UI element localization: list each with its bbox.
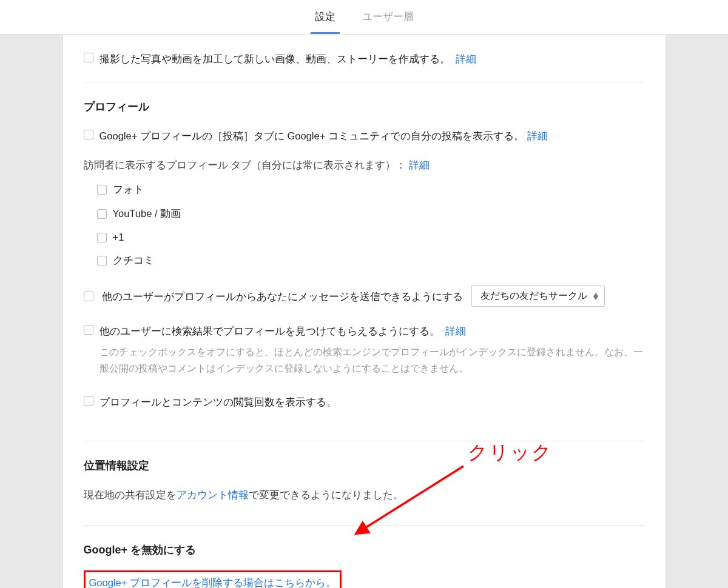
tab-photo-checkbox[interactable]: [97, 185, 107, 195]
location-section-title: 位置情報設定: [84, 458, 645, 473]
tab-review-checkbox[interactable]: [97, 256, 107, 266]
tab-photo-label: フォト: [113, 183, 144, 196]
searchable-row: 他のユーザーに検索結果でプロフィールを見つけてもらえるようにする。 詳細: [84, 322, 645, 339]
delete-profile-link[interactable]: Google+ プロフィールを削除する場合はこちらから: [89, 577, 326, 588]
visitor-tabs-desc: 訪問者に表示するプロフィール タブ（自分には常に表示されます）： 詳細: [84, 156, 645, 173]
tab-photo-row: フォト: [97, 183, 645, 196]
svg-marker-1: [593, 296, 598, 300]
create-story-row: 撮影した写真や動画を加工して新しい画像、動画、ストーリーを作成する。 詳細: [84, 50, 645, 67]
tab-plusone-row: +1: [97, 232, 645, 243]
message-audience-select[interactable]: 友だちの友だちサークル: [471, 286, 605, 307]
tab-review-row: クチコミ: [97, 254, 645, 267]
searchable-help-text: このチェックボックスをオフにすると、ほとんどの検索エンジンでプロフィールがインデ…: [84, 344, 645, 376]
show-posts-checkbox[interactable]: [84, 130, 93, 139]
tab-header: 設定 ユーザー層: [0, 0, 728, 35]
show-posts-row: Google+ プロフィールの［投稿］タブに Google+ コミュニティでの自…: [84, 127, 645, 144]
show-posts-more-link[interactable]: 詳細: [527, 130, 548, 141]
searchable-checkbox[interactable]: [84, 325, 93, 335]
visitor-tabs-more-link[interactable]: 詳細: [409, 159, 430, 170]
allow-message-row: 他のユーザーがプロフィールからあなたにメッセージを送信できるようにする 友だちの…: [84, 286, 645, 307]
delete-link-post: 。: [326, 577, 336, 588]
view-count-label: プロフィールとコンテンツの閲覧回数を表示する。: [99, 393, 337, 410]
view-count-checkbox[interactable]: [84, 396, 93, 406]
divider: [84, 525, 645, 526]
tab-youtube-label: YouTube / 動画: [113, 207, 181, 221]
allow-message-checkbox[interactable]: [84, 292, 93, 301]
disable-section-title: Google+ を無効にする: [84, 543, 645, 557]
visitor-tabs-list: フォト YouTube / 動画 +1 クチコミ: [84, 183, 645, 267]
settings-card: 撮影した写真や動画を加工して新しい画像、動画、ストーリーを作成する。 詳細 プロ…: [62, 35, 666, 588]
tab-youtube-row: YouTube / 動画: [97, 207, 645, 221]
tab-users[interactable]: ユーザー層: [349, 10, 427, 34]
create-story-checkbox[interactable]: [84, 53, 93, 62]
searchable-more-link[interactable]: 詳細: [445, 326, 466, 336]
tab-settings[interactable]: 設定: [302, 10, 349, 34]
create-story-more-link[interactable]: 詳細: [456, 53, 476, 64]
searchable-label: 他のユーザーに検索結果でプロフィールを見つけてもらえるようにする。 詳細: [99, 322, 466, 339]
select-value: 友だちの友だちサークル: [480, 290, 587, 302]
tab-review-label: クチコミ: [113, 254, 154, 267]
tab-plusone-label: +1: [113, 232, 124, 243]
divider: [84, 82, 645, 82]
allow-message-label: 他のユーザーがプロフィールからあなたにメッセージを送信できるようにする: [102, 288, 463, 305]
tab-plusone-checkbox[interactable]: [97, 233, 107, 242]
view-count-row: プロフィールとコンテンツの閲覧回数を表示する。: [84, 393, 645, 410]
divider: [84, 441, 645, 441]
location-desc: 現在地の共有設定をアカウント情報で変更できるようになりました。: [84, 486, 645, 503]
delete-link-highlight: Google+ プロフィールを削除する場合はこちらから。: [84, 570, 342, 588]
select-arrows-icon: [593, 293, 598, 300]
profile-section-title: プロフィール: [84, 99, 645, 114]
create-story-label: 撮影した写真や動画を加工して新しい画像、動画、ストーリーを作成する。 詳細: [99, 50, 476, 67]
show-posts-label: Google+ プロフィールの［投稿］タブに Google+ コミュニティでの自…: [99, 127, 548, 144]
tab-youtube-checkbox[interactable]: [97, 209, 107, 219]
account-info-link[interactable]: アカウント情報: [177, 489, 249, 500]
